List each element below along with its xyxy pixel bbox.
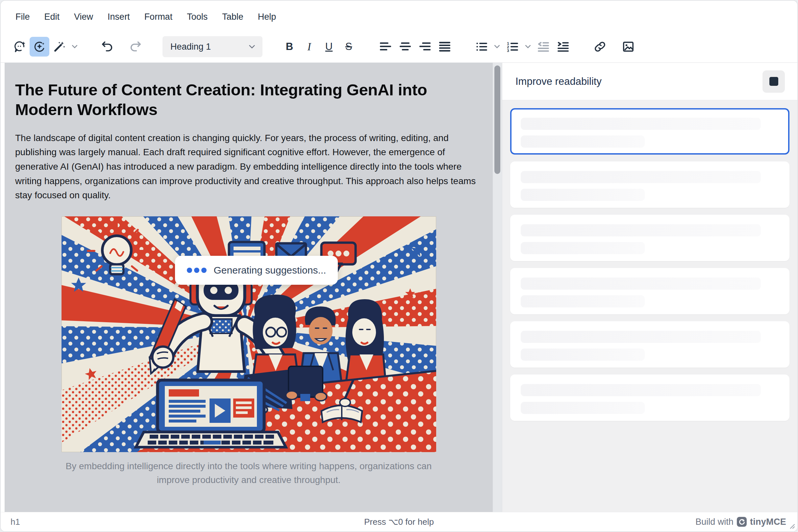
suggestion-card[interactable]	[510, 215, 790, 261]
italic-label: I	[308, 41, 311, 53]
stop-icon	[769, 77, 778, 86]
align-left-icon	[379, 40, 392, 53]
generating-suggestions-label: Generating suggestions...	[214, 265, 326, 276]
underline-label: U	[325, 41, 333, 53]
image-button[interactable]	[618, 37, 638, 57]
skeleton-bar	[521, 171, 761, 183]
link-icon	[593, 40, 607, 53]
skeleton-bar	[521, 295, 645, 307]
ai-review-button[interactable]	[30, 37, 49, 57]
stop-generating-button[interactable]	[762, 70, 785, 93]
outdent-icon	[537, 40, 550, 53]
history-group	[97, 37, 145, 57]
suggestion-card[interactable]	[510, 268, 790, 314]
editor-scrollbar-track[interactable]	[493, 63, 502, 512]
align-right-button[interactable]	[415, 37, 435, 57]
ai-chat-icon	[13, 40, 26, 53]
tinymce-editor-window: FileEditViewInsertFormatToolsTableHelp	[0, 0, 798, 532]
chevron-down-icon	[249, 45, 255, 49]
ai-suggestions-sidebar: Improve readability	[502, 63, 797, 512]
resize-grip[interactable]	[787, 521, 795, 529]
document[interactable]: The Future of Content Creation: Integrat…	[5, 63, 493, 487]
menu-item-format[interactable]: Format	[139, 8, 178, 25]
suggestion-card[interactable]	[510, 375, 790, 421]
svg-text:3: 3	[507, 48, 509, 53]
menu-item-edit[interactable]: Edit	[39, 8, 66, 25]
skeleton-bar	[521, 278, 761, 290]
document-title[interactable]: The Future of Content Creation: Integrat…	[15, 80, 449, 120]
skeleton-bar	[521, 189, 645, 201]
bullet-list-icon	[475, 40, 488, 53]
suggestion-card-list	[502, 100, 797, 429]
branding-name: tinyMCE	[750, 517, 786, 527]
branding-link[interactable]: Build with tinyMCE	[695, 512, 786, 531]
editor-scrollbar-thumb[interactable]	[495, 65, 500, 174]
italic-button[interactable]: I	[299, 37, 319, 57]
suggestion-card[interactable]	[510, 321, 790, 367]
format-select[interactable]: Heading 1	[163, 36, 262, 57]
menu-item-view[interactable]: View	[69, 8, 99, 25]
bullet-list-button[interactable]	[472, 37, 491, 57]
ai-tools-group	[10, 37, 80, 57]
editor-content-area[interactable]: The Future of Content Creation: Integrat…	[5, 63, 493, 512]
tinymce-logo-icon	[737, 517, 747, 527]
image-caption[interactable]: By embedding intelligence directly into …	[53, 459, 444, 487]
element-path[interactable]: h1	[11, 512, 20, 531]
bold-label: B	[286, 41, 293, 53]
strikethrough-label: S	[346, 41, 352, 53]
statusbar: h1 Press ⌥0 for help Build with tinyMCE	[1, 512, 797, 531]
skeleton-bar	[521, 135, 645, 148]
skeleton-bar	[521, 242, 645, 254]
suggestion-card[interactable]	[510, 108, 790, 154]
align-center-button[interactable]	[395, 37, 415, 57]
menu-item-insert[interactable]: Insert	[102, 8, 135, 25]
ai-wand-button[interactable]	[49, 37, 69, 57]
numbered-list-icon: 1 2 3	[506, 40, 519, 53]
suggestion-card[interactable]	[510, 162, 790, 208]
undo-button[interactable]	[97, 37, 117, 57]
ai-wand-dropdown-chevron[interactable]	[69, 37, 80, 57]
skeleton-bar	[521, 118, 761, 130]
redo-icon	[129, 40, 142, 53]
skeleton-bar	[521, 331, 761, 343]
chevron-down-icon	[72, 45, 78, 49]
outdent-button[interactable]	[534, 37, 553, 57]
document-paragraph[interactable]: The landscape of digital content creatio…	[15, 131, 482, 203]
menu-item-file[interactable]: File	[10, 8, 36, 25]
underline-button[interactable]: U	[319, 37, 339, 57]
link-button[interactable]	[590, 37, 610, 57]
bullet-list-dropdown-chevron[interactable]	[491, 37, 503, 57]
document-image[interactable]	[61, 216, 436, 452]
numbered-list-dropdown-chevron[interactable]	[522, 37, 534, 57]
align-right-icon	[419, 40, 431, 53]
skeleton-bar	[521, 384, 761, 396]
branding-prefix: Build with	[695, 517, 734, 527]
align-justify-button[interactable]	[435, 37, 454, 57]
align-left-button[interactable]	[376, 37, 395, 57]
inline-format-group: B I U S	[280, 37, 358, 57]
menubar: FileEditViewInsertFormatToolsTableHelp	[10, 6, 787, 27]
ai-review-icon	[33, 40, 46, 53]
generating-suggestions-pill: Generating suggestions...	[175, 256, 338, 285]
align-center-icon	[399, 40, 412, 53]
list-group: 1 2 3	[472, 37, 573, 57]
indent-button[interactable]	[553, 37, 573, 57]
image-icon	[622, 40, 635, 53]
bold-button[interactable]: B	[280, 37, 299, 57]
align-justify-icon	[438, 40, 451, 53]
menu-item-help[interactable]: Help	[252, 8, 282, 25]
format-select-value: Heading 1	[170, 42, 211, 52]
redo-button[interactable]	[126, 37, 145, 57]
loading-dots-icon	[187, 268, 207, 273]
menu-item-table[interactable]: Table	[217, 8, 249, 25]
sidebar-header: Improve readability	[502, 63, 797, 100]
menu-item-tools[interactable]: Tools	[181, 8, 213, 25]
skeleton-bar	[521, 402, 645, 414]
strikethrough-button[interactable]: S	[339, 37, 358, 57]
align-group	[376, 37, 454, 57]
skeleton-bar	[521, 224, 761, 236]
numbered-list-button[interactable]: 1 2 3	[503, 37, 522, 57]
ai-chat-button[interactable]	[10, 37, 30, 57]
document-figure[interactable]: Generating suggestions...	[61, 216, 436, 452]
toolbar: Heading 1 B I U S	[10, 31, 793, 62]
